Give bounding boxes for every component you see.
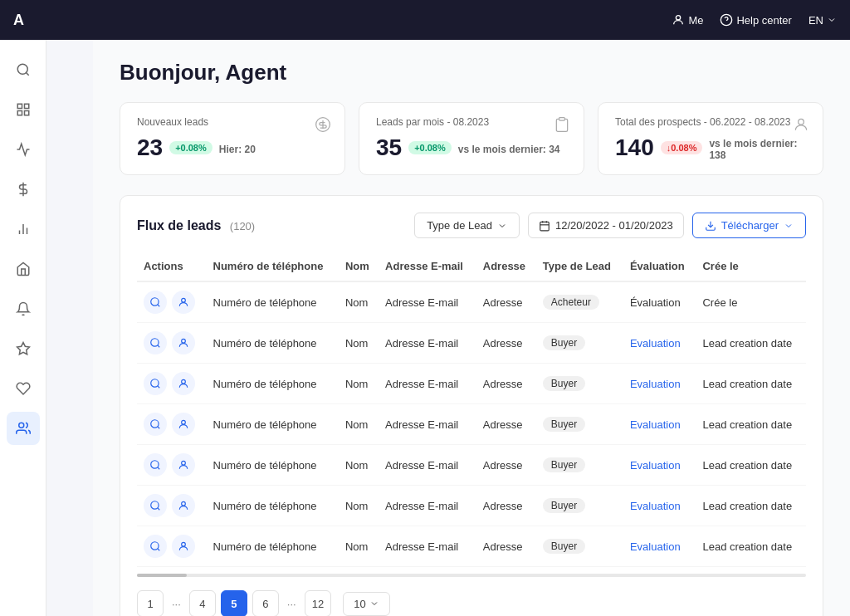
evaluation-link[interactable]: Evaluation xyxy=(630,418,681,431)
table-row: Numéro de téléphoneNomAdresse E-mailAdre… xyxy=(137,445,806,486)
table-row: Numéro de téléphoneNomAdresse E-mailAdre… xyxy=(137,404,806,445)
col-email: Adresse E-mail xyxy=(379,252,476,281)
download-button[interactable]: Télécharger xyxy=(692,213,806,238)
svg-rect-5 xyxy=(17,104,22,108)
cell-created: Lead creation date xyxy=(696,323,806,364)
sidebar-item-dashboard[interactable] xyxy=(7,93,40,126)
page-dots-2: ··· xyxy=(284,598,300,610)
cell-created: Lead creation date xyxy=(696,445,806,486)
sidebar-item-analytics[interactable] xyxy=(7,213,40,246)
user-action-icon[interactable] xyxy=(172,494,195,517)
evaluation-link[interactable]: Evaluation xyxy=(630,459,681,472)
type-badge: Buyer xyxy=(543,335,585,350)
cell-evaluation[interactable]: Evaluation xyxy=(623,404,696,445)
cell-type: Buyer xyxy=(536,364,623,404)
cell-type: Acheteur xyxy=(536,281,623,323)
cell-nom: Nom xyxy=(339,364,379,404)
sidebar-item-leads[interactable] xyxy=(7,412,40,445)
user-action-icon[interactable] xyxy=(172,372,195,395)
cell-email: Adresse E-mail xyxy=(379,526,476,567)
cell-nom: Nom xyxy=(339,404,379,445)
user-action-icon[interactable] xyxy=(172,535,195,558)
svg-point-33 xyxy=(151,420,159,428)
type-badge: Buyer xyxy=(543,376,585,391)
cell-phone: Numéro de téléphone xyxy=(207,445,339,486)
svg-point-44 xyxy=(182,542,186,546)
cell-email: Adresse E-mail xyxy=(379,364,476,404)
sidebar-item-properties[interactable] xyxy=(7,252,40,286)
evaluation-link[interactable]: Evaluation xyxy=(630,378,681,390)
sidebar-item-finance[interactable] xyxy=(7,173,40,206)
page-btn-4[interactable]: 4 xyxy=(189,590,216,616)
page-title: Buonjour, Agent xyxy=(120,60,823,86)
user-action-icon[interactable] xyxy=(172,413,195,436)
search-action-icon[interactable] xyxy=(144,494,167,517)
cell-evaluation[interactable]: Evaluation xyxy=(623,323,696,364)
search-action-icon[interactable] xyxy=(144,331,167,354)
search-action-icon[interactable] xyxy=(144,291,167,314)
lead-type-filter[interactable]: Type de Lead xyxy=(414,213,520,238)
cell-type: Buyer xyxy=(536,526,623,567)
svg-point-26 xyxy=(182,298,186,302)
table-row: Numéro de téléphoneNomAdresse E-mailAdre… xyxy=(137,323,806,364)
user-action-icon[interactable] xyxy=(172,291,195,314)
col-evaluation: Évaluation xyxy=(623,252,696,281)
cell-adresse: Adresse xyxy=(476,281,536,323)
leads-table-body: Numéro de téléphoneNomAdresse E-mailAdre… xyxy=(137,281,806,567)
search-action-icon[interactable] xyxy=(144,413,167,436)
svg-rect-7 xyxy=(24,111,28,115)
cell-adresse: Adresse xyxy=(476,486,536,526)
type-badge: Buyer xyxy=(543,498,585,513)
svg-point-30 xyxy=(151,379,159,387)
cell-evaluation[interactable]: Evaluation xyxy=(623,364,696,404)
svg-marker-13 xyxy=(17,343,29,354)
sidebar-item-search[interactable] xyxy=(7,53,40,86)
svg-point-14 xyxy=(18,423,23,428)
page-btn-5[interactable]: 5 xyxy=(221,590,247,616)
search-action-icon[interactable] xyxy=(144,453,167,477)
stat-card-leads-par-mois: Leads par mois - 08.2023 35 +0.08% vs le… xyxy=(359,102,584,175)
help-center-link[interactable]: Help center xyxy=(720,13,791,27)
cell-nom: Nom xyxy=(339,281,379,323)
stat-value-2: 140 ↓0.08% vs le mois dernier: 138 xyxy=(615,134,806,161)
cell-evaluation[interactable]: Evaluation xyxy=(623,445,696,486)
page-btn-12[interactable]: 12 xyxy=(305,590,331,616)
cell-adresse: Adresse xyxy=(476,445,536,486)
svg-point-27 xyxy=(151,339,159,346)
stat-value-1: 35 +0.08% vs le mois dernier: 34 xyxy=(376,134,567,161)
cell-adresse: Adresse xyxy=(476,526,536,567)
lang-selector[interactable]: EN xyxy=(808,14,837,27)
svg-point-32 xyxy=(182,379,186,384)
evaluation-link[interactable]: Evaluation xyxy=(630,500,681,512)
per-page-selector[interactable]: 10 xyxy=(343,592,389,616)
cell-evaluation[interactable]: Evaluation xyxy=(623,526,696,567)
user-action-icon[interactable] xyxy=(172,453,195,477)
cell-type: Buyer xyxy=(536,445,623,486)
sidebar-item-notifications[interactable] xyxy=(7,292,40,325)
evaluation-link[interactable]: Evaluation xyxy=(630,337,681,350)
sidebar-item-integrations[interactable] xyxy=(7,133,40,166)
page-btn-1[interactable]: 1 xyxy=(137,590,164,616)
user-action-icon[interactable] xyxy=(172,331,195,354)
clipboard-icon xyxy=(554,116,570,137)
date-range-filter[interactable]: 12/20/2022 - 01/20/2023 xyxy=(528,213,684,238)
actions-cell xyxy=(144,535,200,558)
search-action-icon[interactable] xyxy=(144,535,167,558)
evaluation-link[interactable]: Evaluation xyxy=(630,540,681,553)
page-btn-6[interactable]: 6 xyxy=(252,590,279,616)
stats-row: Nouveaux leads 23 +0.08% Hier: 20 Leads … xyxy=(120,102,823,175)
stat-card-nouveaux-leads: Nouveaux leads 23 +0.08% Hier: 20 xyxy=(120,102,345,175)
cell-type: Buyer xyxy=(536,323,623,364)
cell-phone: Numéro de téléphone xyxy=(207,323,339,364)
stat-label-0: Nouveaux leads xyxy=(137,116,328,128)
user-menu[interactable]: Me xyxy=(672,13,703,27)
svg-line-40 xyxy=(158,508,160,511)
cell-evaluation[interactable]: Evaluation xyxy=(623,486,696,526)
stat-label-1: Leads par mois - 08.2023 xyxy=(376,116,567,128)
sidebar-item-partnerships[interactable] xyxy=(7,372,40,405)
sidebar-item-favorites[interactable] xyxy=(7,332,40,365)
svg-rect-8 xyxy=(17,111,22,115)
svg-line-37 xyxy=(158,467,160,470)
cell-phone: Numéro de téléphone xyxy=(207,364,339,404)
search-action-icon[interactable] xyxy=(144,372,167,395)
